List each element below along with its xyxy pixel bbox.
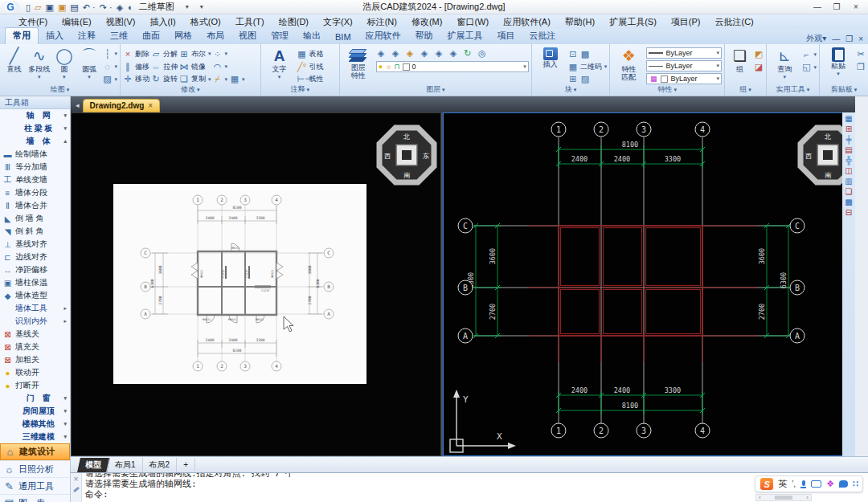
dock-tool-icon[interactable]: ❏	[845, 188, 853, 196]
sidebar-item[interactable]: ⌂ 建筑设计	[0, 443, 70, 460]
ribbon-tab[interactable]: 插入	[39, 28, 71, 44]
sidebar-item[interactable]: ✎ 通用工具	[0, 477, 70, 494]
ribbon-options-icon[interactable]: ▾	[200, 3, 203, 10]
dock-tool-icon[interactable]: ◫	[845, 167, 852, 175]
arc-button[interactable]: ⌒圆弧	[77, 46, 100, 85]
panel-label-properties[interactable]: 特性	[610, 84, 724, 95]
sogou-logo-icon[interactable]: S	[760, 478, 773, 490]
ime-language-toggle[interactable]: 英	[778, 478, 787, 490]
ellipse-tools-button[interactable]: ◌▾	[103, 61, 118, 73]
sidebar-item[interactable]: ▤ 图 库	[0, 494, 70, 502]
panel-label-annotate[interactable]: 注释	[261, 84, 339, 95]
menu-item[interactable]: 视图(V)	[99, 16, 143, 28]
print-icon[interactable]: ▤	[70, 2, 78, 13]
ime-chat-icon[interactable]	[839, 480, 848, 488]
dock-tool-icon[interactable]: ╬	[845, 157, 851, 165]
ribbon-close-icon[interactable]: ×	[858, 35, 863, 43]
dock-tool-icon[interactable]: ╪	[845, 136, 851, 144]
menu-item[interactable]: 格式(O)	[183, 16, 228, 28]
ime-toolbar[interactable]: S 英 ’, ❖ ∷	[755, 475, 863, 492]
layers-3d-icon[interactable]: ◈	[117, 2, 123, 13]
sidebar-item[interactable]: ⊠ 基线关	[0, 328, 70, 341]
sidebar-item[interactable]: 轴 网 ▾	[0, 109, 70, 122]
match-properties-button[interactable]: ❖ 特性匹配	[612, 46, 645, 85]
sidebar-item[interactable]: 楼梯其他 ▾	[0, 418, 70, 431]
table-button[interactable]: ▦表格	[297, 48, 324, 60]
block-edit-button[interactable]: ⊡▩	[568, 48, 608, 60]
dock-tool-icon[interactable]: ▩	[845, 198, 852, 206]
trim-button[interactable]: ⌿▾▦▾	[213, 73, 245, 85]
area-button[interactable]: ◱▾	[801, 61, 817, 73]
ribbon-tab[interactable]: 云批注	[522, 28, 563, 44]
undo-icon[interactable]: ↶ ·	[83, 2, 96, 13]
block-attr-button[interactable]: ⊞▨	[568, 73, 608, 85]
linetype-select[interactable]: ByLayer▾	[646, 47, 722, 59]
rotate-button[interactable]: ↻旋转	[151, 73, 178, 85]
cut-button[interactable]: ✂	[856, 48, 866, 60]
menu-item[interactable]: 标注(N)	[360, 16, 404, 28]
paste-button[interactable]: 粘贴	[822, 46, 854, 85]
workspace-switcher[interactable]: 二维草图 ▾ ▾	[139, 1, 203, 13]
panel-label-block[interactable]: 块	[532, 84, 610, 95]
stretch-button[interactable]: ⇔拉伸	[151, 61, 178, 73]
menu-item[interactable]: 修改(M)	[404, 16, 450, 28]
sidebar-item[interactable]: ↔ 净距偏移	[0, 263, 70, 276]
fillet-button[interactable]: ◠▾	[213, 61, 245, 73]
sidebar-item[interactable]: ◣ 倒 墙 角	[0, 212, 70, 225]
sidebar-item[interactable]: ≡ 墙体分段	[0, 186, 70, 199]
restore-button[interactable]: ❐	[828, 2, 845, 13]
layout-tab[interactable]: +	[177, 459, 195, 471]
comment-icon[interactable]: ◖	[127, 2, 133, 13]
layout-tab[interactable]: 布局2	[143, 458, 178, 472]
sidebar-item[interactable]: 识别内外 ▸	[0, 315, 70, 328]
menu-item[interactable]: 插入(I)	[142, 16, 182, 28]
drawing-area[interactable]: 8100 2400 2400 3300 2400 2400 3300 8100 …	[71, 112, 855, 456]
layout-tab[interactable]: 布局1	[108, 458, 143, 472]
viewport-left[interactable]: 8100 2400 2400 3300 2400 2400 3300 8100 …	[71, 112, 441, 456]
polyline-button[interactable]: ∿多段线	[27, 46, 51, 85]
menu-item[interactable]: 扩展工具(S)	[602, 16, 664, 28]
ribbon-tab[interactable]: 网格	[167, 28, 199, 44]
layout-tab[interactable]: 模型	[77, 458, 110, 472]
lineweight-select[interactable]: ByLayer▾	[646, 60, 722, 71]
sidebar-item[interactable]: ⊏ 边线对齐	[0, 251, 70, 263]
ribbon-tab[interactable]: 曲面	[135, 28, 167, 44]
keyboard-icon[interactable]	[811, 480, 821, 488]
ime-menu-icon[interactable]: ∷	[853, 479, 858, 489]
explode-button[interactable]: ▱分解	[151, 48, 178, 60]
microphone-icon[interactable]	[800, 480, 806, 488]
new-file-icon[interactable]: ▯	[26, 2, 31, 13]
ribbon-tab[interactable]: 布局	[199, 28, 231, 44]
ribbon-tab[interactable]: 注释	[71, 28, 103, 44]
offset-button[interactable]: ∥偏移	[123, 61, 149, 73]
ribbon-tab[interactable]: BIM	[328, 31, 358, 44]
viewport-right-active[interactable]: 8100 2400 2400 3300 2400 2400 3300 8100 …	[443, 112, 855, 456]
sidebar-item[interactable]: ⊠ 加粗关	[0, 353, 70, 366]
move-button[interactable]: ✛移动	[123, 73, 149, 85]
layer-properties-button[interactable]: 图层特性	[342, 46, 375, 85]
sidebar-item[interactable]: ◆ 墙体造型	[0, 289, 70, 302]
save-as-icon[interactable]: ▣	[58, 2, 66, 13]
ribbon-tab[interactable]: 管理	[264, 28, 296, 44]
panel-label-utilities[interactable]: 实用工具	[767, 84, 819, 95]
menu-item[interactable]: 云批注(C)	[707, 16, 760, 28]
dock-tool-icon[interactable]: ▥	[845, 178, 852, 186]
sidebar-item[interactable]: ● 打断开	[0, 379, 70, 392]
dock-tool-icon[interactable]: ⊟	[845, 209, 852, 217]
ribbon-tab[interactable]: 三维	[103, 28, 135, 44]
sidebar-item[interactable]: 门 窗 ▾	[0, 392, 70, 405]
document-tab[interactable]: Drawing2.dwg ×	[83, 99, 161, 112]
sidebar-item[interactable]: ● 联动开	[0, 366, 70, 379]
scroll-left-icon[interactable]: ‹	[759, 494, 761, 501]
panel-label-modify[interactable]: 修改	[121, 84, 260, 95]
ime-punctuation-toggle[interactable]: ’,	[792, 480, 796, 488]
sidebar-item[interactable]: 墙 体 ▴	[0, 135, 70, 148]
panel-label-layer[interactable]: 图层	[340, 84, 531, 95]
ribbon-tab[interactable]: 扩展工具	[440, 28, 490, 44]
sidebar-item[interactable]: 三维建模 ▾	[0, 431, 70, 443]
menu-item[interactable]: 帮助(H)	[558, 16, 602, 28]
minimize-button[interactable]: —	[809, 2, 826, 13]
color-select[interactable]: ▦ByLayer▾	[646, 73, 722, 84]
circle-button[interactable]: ◯圆	[52, 46, 76, 85]
command-history[interactable]: 请选择需要生成墙的轴网线:指定对角点: 找到 7 个 请选择需要生成墙的轴网线:…	[85, 472, 731, 500]
